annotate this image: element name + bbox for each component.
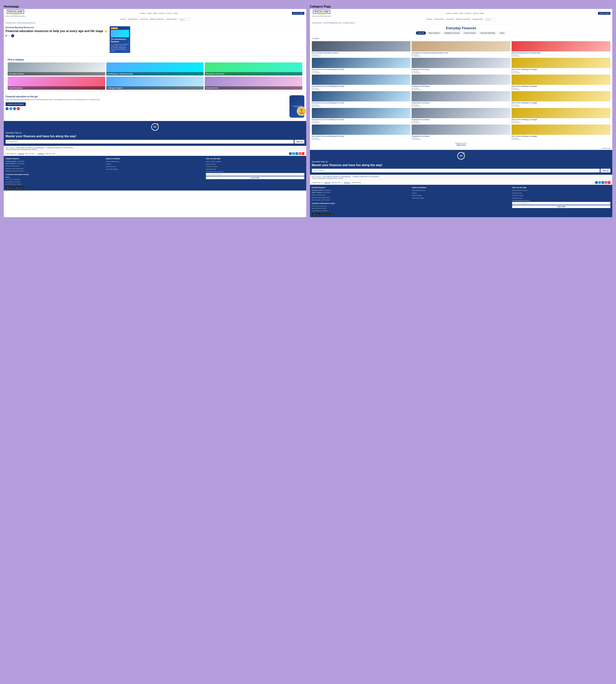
cat-logo[interactable]: ROCKLAND — [313, 10, 330, 14]
hero-dot-3[interactable] — [9, 35, 10, 36]
footer-coin[interactable]: Branches with Coin Counters — [6, 170, 104, 173]
cat-connect-business[interactable]: Business — [344, 182, 350, 183]
nav-small-business[interactable]: Small Business — [128, 18, 138, 21]
cat-footer-about[interactable]: About Rockland Trust — [412, 189, 510, 192]
footer-facebook-icon[interactable]: f — [289, 152, 292, 155]
cat-breadcrumb-everyday[interactable]: Everyday Finances — [343, 22, 355, 24]
cat-googleplay-button[interactable]: ▶ Google Play — [321, 213, 331, 215]
cat-also-link-1[interactable]: How to Build Your Brand as a Small Busin… — [323, 176, 351, 178]
article-card-3[interactable]: Estate Planning that you Should Do Now 5… — [511, 41, 610, 57]
article-card-8[interactable]: Preparing for Tax Season 5 min readBy: J… — [412, 74, 510, 90]
cat-account-login-button[interactable]: Account Login — [598, 12, 610, 15]
cat-nav-about[interactable]: About Us — [473, 13, 479, 14]
nav-careers[interactable]: Careers — [147, 13, 152, 14]
footer-reorder[interactable]: Reorder Checks Here — [6, 165, 104, 167]
cat-nav-contact[interactable]: Contact Us — [465, 13, 472, 14]
footer-contact-online[interactable]: Contact Us Online — [206, 165, 304, 168]
article-card-5[interactable]: Preparing for Tax Season 5 min readBy: J… — [412, 58, 510, 73]
footer-security[interactable]: Security Center — [206, 163, 304, 165]
breadcrumb-link-personal[interactable]: Personal Banking Resources — [17, 22, 35, 24]
article-card-13[interactable]: Keep Small Costs from Dwindling Your Fun… — [312, 108, 411, 123]
article-card-4[interactable]: Keep Small Costs from Dwindling Your Fun… — [312, 58, 411, 73]
filter-family-finance[interactable]: Family Finance — [462, 31, 478, 35]
search-input[interactable] — [179, 18, 190, 21]
cat-footer-security[interactable]: Security Center — [512, 192, 610, 195]
linkedin-icon[interactable]: in — [13, 107, 16, 110]
article-card-14[interactable]: Preparing for Tax Season 5 min readBy: J… — [412, 108, 510, 123]
footer-twitter-icon[interactable]: t — [292, 152, 295, 155]
cat-footer-reorder[interactable]: Reorder Checks Here — [312, 194, 410, 196]
article-card-10[interactable]: Keep Small Costs from Dwindling Your Fun… — [312, 91, 411, 107]
googleplay-button[interactable]: ▶ Google Play — [15, 186, 25, 189]
cat-footer-careers[interactable]: Careers — [412, 192, 510, 195]
nav-commercial[interactable]: Commercial — [140, 18, 148, 21]
article-card-15[interactable]: How to Plan a Wedding on a Budget 5 min … — [511, 108, 610, 123]
article-card-1[interactable]: How to Prepare Financially for Divorce 5… — [312, 41, 411, 57]
article-card-2[interactable]: Controlling Your Finances During this Di… — [412, 41, 510, 57]
cat-footer-instagram-icon[interactable]: ig — [604, 181, 607, 184]
cat-appstore-button[interactable]: 🍎 App Store — [312, 213, 321, 215]
cat-breadcrumb-learning[interactable]: Learning Center — [312, 22, 322, 24]
show-more-button[interactable]: Show more — [457, 144, 466, 146]
cat-also-link-3[interactable]: Why You Should Find a Banking Partner, I… — [312, 178, 344, 179]
cat-footer-community[interactable]: Community Support — [412, 197, 510, 200]
category-fraud[interactable]: Fraud Prevention — [8, 77, 105, 90]
footer-linkedin-icon[interactable]: in — [295, 152, 298, 155]
hero-featured-card[interactable]: Featured The Homebuyer's Playbook Our mi… — [110, 26, 130, 53]
cat-footer-branch-services[interactable]: Branch Services — [412, 194, 510, 197]
cat-nav-small-business[interactable]: Small Business — [434, 18, 444, 21]
category-financial[interactable]: Financial Tools — [205, 77, 302, 90]
newsletter-email-input[interactable] — [6, 140, 294, 143]
cat-also-link-2[interactable]: Creating a Growth Plan For Your Business — [353, 176, 379, 178]
nav-learning[interactable]: Learning Center — [166, 18, 177, 21]
account-login-button[interactable]: Account Login — [292, 12, 304, 15]
cat-footer-subscribe-button[interactable]: SUBSCRIBE — [512, 205, 610, 208]
category-everyday[interactable]: Everyday Finances — [8, 63, 105, 75]
nav-contact[interactable]: Contact Us — [158, 13, 166, 14]
cat-footer-reporting[interactable]: Reporting Fraud — [512, 197, 610, 200]
footer-email-input[interactable] — [206, 173, 304, 176]
footer-atm[interactable]: Branch & ATM Locations — [206, 160, 304, 163]
cat-newsletter-signup-button[interactable]: Sign up — [600, 169, 610, 173]
hero-next-button[interactable]: › — [11, 34, 14, 37]
cat-footer-atm[interactable]: Branch & ATM Locations — [512, 189, 610, 192]
nav-faqs[interactable]: FAQs — [174, 13, 178, 14]
category-colleague[interactable]: Colleague Insights — [106, 77, 204, 90]
hero-dot-2[interactable] — [7, 35, 8, 36]
cat-nav-locations[interactable]: Locations — [445, 13, 452, 14]
cat-connect-personal[interactable]: Personal — [324, 182, 330, 183]
footer-careers[interactable]: Careers — [106, 163, 204, 165]
filter-seasonal[interactable]: Seasonal Spending — [478, 31, 497, 35]
nav-personal[interactable]: Personal — [120, 18, 126, 21]
cat-nav-rates[interactable]: Rates — [460, 13, 463, 14]
footer-youtube-icon[interactable]: ▶ — [302, 152, 304, 155]
cat-newsletter-email-input[interactable] — [312, 169, 600, 173]
cat-footer-sunday[interactable]: Branches with Sunday Hours — [312, 196, 410, 199]
footer-community[interactable]: Community Support — [106, 168, 204, 170]
also-interest-link-2[interactable]: Creating a Growth Plan For Your Business — [46, 147, 73, 149]
youtube-icon[interactable]: ▶ — [17, 107, 20, 110]
connect-business-label[interactable]: Business — [38, 153, 44, 155]
cat-footer-facebook-icon[interactable]: f — [595, 181, 598, 184]
cat-nav-careers[interactable]: Careers — [453, 13, 458, 14]
also-interest-link-3[interactable]: Why You Should Find a Banking Partner, I… — [6, 149, 38, 150]
filter-view-all[interactable]: View All — [416, 31, 426, 35]
scroll-top-button[interactable]: ↑ Scroll to Top — [310, 147, 613, 150]
article-card-17[interactable]: Preparing for Tax Season 5 min readBy: J… — [412, 124, 510, 140]
also-interest-link-1[interactable]: How to Build Your Brand as a Small Busin… — [16, 147, 45, 149]
cat-breadcrumb-personal[interactable]: Personal Banking Resources — [323, 22, 342, 24]
cat-footer-coin[interactable]: Branches with Coin Counters — [312, 199, 410, 201]
cat-nav-learning[interactable]: Learning Center — [472, 18, 483, 21]
cat-nav-wealth[interactable]: Wealth & Investments — [456, 18, 470, 21]
article-card-11[interactable]: Preparing for Tax Season 5 min readBy: J… — [412, 91, 510, 107]
cat-footer-email-input[interactable] — [512, 202, 610, 205]
filter-budgeting[interactable]: Budgeting & Saving — [443, 31, 461, 35]
filter-taxes[interactable]: Taxes — [498, 31, 506, 35]
article-card-18[interactable]: How to Plan a Wedding on a Budget 5 min … — [511, 124, 610, 140]
category-planning[interactable]: Planning for the Future — [205, 63, 302, 75]
listen-podcast-button[interactable]: Listen to the Podcast — [6, 102, 26, 106]
article-card-6[interactable]: How to Plan a Wedding on a Budget 5 min … — [511, 58, 610, 73]
cat-footer-youtube-icon[interactable]: ▶ — [608, 181, 610, 184]
twitter-icon[interactable]: t — [9, 107, 12, 110]
cat-nav-commercial[interactable]: Commercial — [446, 18, 454, 21]
